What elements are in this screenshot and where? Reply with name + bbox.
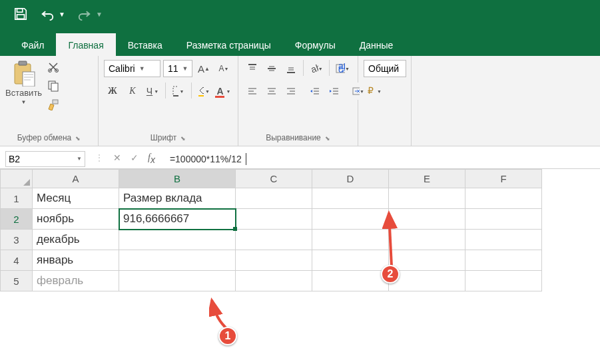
cell-A4[interactable]: январь [33,250,119,271]
chevron-down-icon: ▼ [139,65,145,72]
tab-file[interactable]: Файл [9,33,56,56]
svg-rect-1 [17,15,25,19]
row-header-4[interactable]: 4 [1,250,33,271]
cell-F4[interactable] [465,250,542,271]
cell-A2[interactable]: ноябрь [33,209,119,230]
cell-B3[interactable] [119,230,236,250]
cell-C5[interactable] [236,271,312,291]
chevron-down-icon: ▼ [77,156,82,162]
undo-dropdown-icon[interactable]: ▼ [59,11,65,18]
tab-layout[interactable]: Разметка страницы [174,33,283,56]
title-bar: ▼ ▼ [0,0,600,28]
callout-2: 2 [381,265,400,283]
cell-C1[interactable] [236,188,312,209]
cell-B2[interactable]: 916,6666667 [119,209,236,230]
cell-C3[interactable] [236,230,312,250]
decrease-indent-icon[interactable] [306,83,324,100]
tab-home[interactable]: Главная [56,33,115,56]
decrease-font-icon[interactable]: A▼ [215,60,232,77]
cell-E5[interactable] [389,271,465,291]
save-icon[interactable] [13,7,28,21]
tab-formulas[interactable]: Формулы [283,33,348,56]
fill-color-button[interactable]: ▼ [195,83,212,100]
svg-rect-9 [53,100,58,104]
svg-rect-10 [173,87,178,96]
cell-D1[interactable] [312,188,389,209]
cell-A5[interactable]: февраль [33,271,119,291]
svg-text:c: c [338,64,343,75]
cell-B4[interactable] [119,250,236,271]
cell-C2[interactable] [236,209,312,230]
borders-button[interactable]: ▼ [170,83,187,100]
cell-A3[interactable]: декабрь [33,230,119,250]
cell-B1[interactable]: Размер вклада [119,188,236,209]
align-middle-icon[interactable] [263,60,280,77]
formula-input[interactable]: =100000*11%/12 [164,152,600,166]
italic-button[interactable]: К [124,83,141,100]
cell-D5[interactable] [312,271,389,291]
select-all-button[interactable] [1,170,33,188]
cell-F2[interactable] [465,209,542,230]
column-header-E[interactable]: E [389,170,465,188]
font-name-combo[interactable]: Calibri▼ [104,60,160,77]
redo-icon[interactable] [77,7,92,21]
group-font-label: Шрифт [104,131,232,144]
copy-icon[interactable] [47,80,59,92]
callout-1: 1 [218,327,237,345]
paste-dropdown-icon[interactable]: ▼ [21,99,27,105]
column-header-D[interactable]: D [312,170,389,188]
font-color-button[interactable]: A▼ [215,83,232,100]
enter-formula-icon[interactable]: ✓ [131,152,139,165]
increase-font-icon[interactable]: A▲ [195,60,212,77]
formula-bar-row: B2 ▼ ⋮ ✕ ✓ fx =100000*11%/12 [0,149,600,169]
tab-insert[interactable]: Вставка [116,33,174,56]
align-bottom-icon[interactable] [282,60,300,77]
name-box[interactable]: B2 ▼ [5,151,85,167]
cell-D4[interactable] [312,250,389,271]
redo-dropdown-icon[interactable]: ▼ [96,11,103,18]
column-header-F[interactable]: F [465,170,542,188]
align-right-icon[interactable] [282,83,300,100]
cell-A1[interactable]: Месяц [33,188,119,209]
font-size-combo[interactable]: 11▼ [163,60,192,77]
column-header-C[interactable]: C [236,170,312,188]
cell-E1[interactable] [389,188,465,209]
column-header-B[interactable]: B [119,170,236,188]
group-alignment-label: Выравнивание [244,131,352,144]
svg-text:₽: ₽ [368,86,374,96]
format-painter-icon[interactable] [47,98,59,110]
wrap-text-icon[interactable]: abc▼ [333,60,353,77]
paste-button[interactable]: Вставить ▼ [5,60,42,110]
group-clipboard-label: Буфер обмена [5,131,93,144]
cancel-formula-icon[interactable]: ✕ [113,152,121,165]
cell-F1[interactable] [465,188,542,209]
increase-indent-icon[interactable] [326,83,343,100]
svg-rect-3 [19,61,27,65]
fx-icon[interactable]: fx [148,152,155,165]
number-format-combo[interactable]: Общий [364,60,406,77]
cell-D3[interactable] [312,230,389,250]
cut-icon[interactable] [47,61,59,73]
align-center-icon[interactable] [263,83,280,100]
tab-data[interactable]: Данные [348,33,406,56]
bold-button[interactable]: Ж [104,83,121,100]
row-header-2[interactable]: 2 [1,209,33,230]
underline-button[interactable]: Ч▼ [144,83,161,100]
align-top-icon[interactable] [244,60,261,77]
svg-rect-4 [23,72,35,87]
row-header-5[interactable]: 5 [1,271,33,291]
cell-F5[interactable] [465,271,542,291]
orientation-icon[interactable]: ab▼ [307,60,326,77]
cell-F3[interactable] [465,230,542,250]
cell-B5[interactable] [119,271,236,291]
cell-D2[interactable] [312,209,389,230]
undo-icon[interactable] [40,7,55,21]
column-header-A[interactable]: A [33,170,119,188]
row-header-3[interactable]: 3 [1,230,33,250]
formula-separator-icon: ⋮ [95,152,104,165]
row-header-1[interactable]: 1 [1,188,33,209]
accounting-format-icon[interactable]: ₽▼ [364,83,384,100]
cell-C4[interactable] [236,250,312,271]
align-left-icon[interactable] [244,83,261,100]
group-alignment: ab▼ abc▼ ▼ Выравнивание [238,56,358,146]
